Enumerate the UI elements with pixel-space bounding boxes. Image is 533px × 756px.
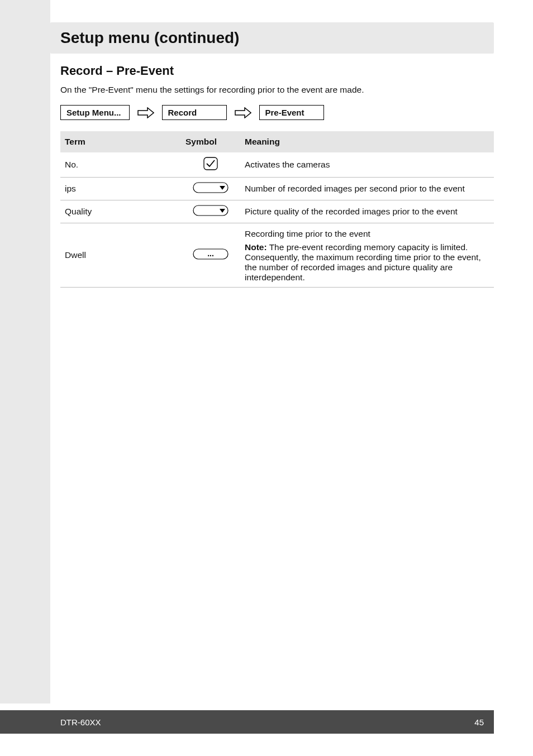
note-label: Note: [245, 242, 267, 252]
term-cell: Dwell [60, 223, 181, 288]
svg-text:...: ... [207, 249, 214, 258]
table-row: No. Activates the cameras [60, 152, 494, 178]
dropdown-icon [193, 182, 229, 195]
table-header-row: Term Symbol Meaning [60, 131, 494, 152]
breadcrumb-item-setup-menu: Setup Menu... [60, 105, 130, 120]
breadcrumb-arrow-icon [137, 107, 154, 118]
term-cell: No. [60, 152, 181, 178]
page-title: Setup menu (continued) [60, 29, 239, 47]
meaning-cell: Picture quality of the recorded images p… [240, 200, 494, 223]
meaning-cell: Activates the cameras [240, 152, 494, 178]
check-icon [203, 157, 218, 173]
term-cell: ips [60, 178, 181, 200]
th-meaning: Meaning [240, 131, 494, 152]
meaning-cell: Recording time prior to the event Note: … [240, 223, 494, 288]
symbol-cell: ... [181, 223, 240, 288]
left-gray-band [0, 0, 50, 704]
footer-model: DTR-60XX [60, 717, 101, 727]
symbol-cell [181, 200, 240, 223]
footer-bar: DTR-60XX 45 [50, 710, 494, 734]
breadcrumb-arrow-icon [235, 107, 251, 118]
breadcrumb: Setup Menu... Record Pre-Event [60, 105, 494, 120]
section-heading: Record – Pre-Event [60, 64, 494, 78]
table-row: ips Number of recorded images per second… [60, 178, 494, 200]
table-row: Dwell ... Recording time prior to the ev… [60, 223, 494, 288]
note-text: The pre-event recording memory capacity … [245, 242, 481, 282]
meaning-cell: Number of recorded images per second pri… [240, 178, 494, 200]
section-intro: On the "Pre-Event" menu the settings for… [60, 85, 494, 95]
th-term: Term [60, 131, 181, 152]
term-cell: Quality [60, 200, 181, 223]
meaning-note: Note: The pre-event recording memory cap… [245, 242, 489, 283]
th-symbol: Symbol [181, 131, 240, 152]
meaning-line: Recording time prior to the event [245, 229, 489, 239]
breadcrumb-item-record: Record [162, 105, 227, 120]
table-row: Quality Picture quality of the recorded … [60, 200, 494, 223]
ellipsis-icon: ... [193, 248, 229, 262]
footer-left-fill [0, 710, 50, 734]
footer-page-number: 45 [474, 717, 484, 727]
dropdown-icon [193, 205, 229, 218]
breadcrumb-item-pre-event: Pre-Event [259, 105, 324, 120]
title-bar: Setup menu (continued) [50, 22, 494, 54]
symbol-cell [181, 178, 240, 200]
terms-table: Term Symbol Meaning No. [60, 131, 494, 288]
svg-rect-0 [204, 157, 217, 170]
symbol-cell [181, 152, 240, 178]
